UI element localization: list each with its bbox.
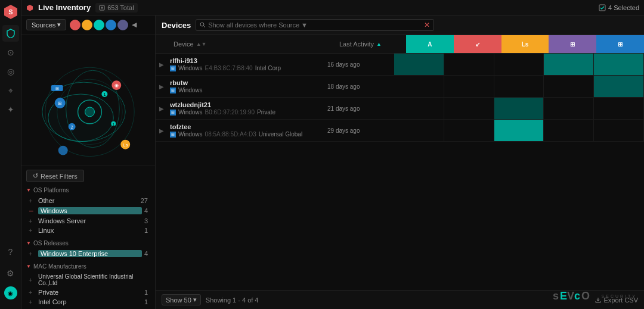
table-row: ▶ rlfhi-i913 ⊞ Windows E4:B3:8C:7:B8:40 … (156, 54, 644, 76)
row-expand-4[interactable]: ▶ (156, 127, 168, 134)
row-col-4-3 (494, 120, 544, 141)
row-activity-1: 16 days ago (323, 58, 394, 71)
sources-bar: Sources ▾ ◀ (21, 15, 155, 35)
source-dot-orange[interactable] (82, 20, 92, 30)
filter-item-universal[interactable]: + Universal Global Scientific Industrial… (26, 272, 150, 288)
show-select[interactable]: Show 50 ▾ (162, 294, 201, 305)
row-col-4-2 (444, 120, 494, 141)
sidebar-icon-grid[interactable]: ✦ (2, 101, 19, 118)
svg-text:s: s (553, 290, 559, 302)
row-col-3-2 (444, 98, 494, 119)
sidebar-icon-user[interactable]: ◉ (4, 286, 17, 299)
row-cols-1 (394, 54, 644, 75)
row-expand-3[interactable]: ▶ (156, 105, 168, 112)
sidebar-icon-settings[interactable]: ⚙ (2, 265, 19, 282)
add-icon: + (29, 250, 36, 257)
svg-text:E: E (560, 290, 567, 302)
filter-item-other[interactable]: + Other 27 (26, 196, 150, 205)
sidebar: S ⊙ ◎ ⌖ ✦ ? ⚙ ◉ (0, 0, 21, 309)
row-expand-2[interactable]: ▶ (156, 83, 168, 90)
chevron-icon: ▼ (26, 188, 31, 193)
filter-item-windows-server[interactable]: + Windows Server 3 (26, 216, 150, 226)
svg-text:⊞: ⊞ (55, 86, 59, 90)
row-col-3-3 (494, 98, 544, 119)
row-col-2-3 (494, 76, 544, 97)
row-col-1-2 (444, 54, 494, 75)
svg-text:V: V (567, 290, 574, 302)
windows-icon: ⊞ (170, 110, 176, 116)
row-col-1-5 (594, 54, 644, 75)
row-cols-3 (394, 98, 644, 119)
row-col-2-1 (394, 76, 444, 97)
svg-line-32 (204, 26, 206, 28)
reset-filters-button[interactable]: ↺ Reset Filters (26, 170, 84, 182)
sort-icon: ▲▼ (196, 41, 207, 47)
row-device-2: rbutw ⊞ Windows (168, 76, 323, 97)
total-count: 653 Total (95, 3, 137, 13)
row-activity-2: 18 days ago (323, 80, 394, 93)
col-header-arrow: ↙ (454, 35, 501, 53)
source-dot-red[interactable] (70, 20, 80, 30)
svg-point-31 (200, 23, 204, 26)
os-platforms-header[interactable]: ▼ OS Platforms (26, 187, 150, 193)
app-logo[interactable]: S (3, 4, 18, 19)
os-releases-header[interactable]: ▼ OS Releases (26, 240, 150, 246)
chevron-down-icon: ▾ (57, 21, 61, 29)
source-dot-blue[interactable] (106, 20, 116, 30)
filters-section: ↺ Reset Filters ▼ OS Platforms + Other 2… (21, 166, 155, 309)
svg-text:◉: ◉ (114, 83, 119, 88)
sevco-sub: SECURITY (602, 294, 637, 298)
search-clear-icon[interactable]: ✕ (424, 21, 430, 29)
devices-table: Device ▲▼ Last Activity ▲ A ↙ Ls ⊞ ⊞ (156, 35, 644, 309)
row-col-2-5 (594, 76, 644, 97)
svg-text:O: O (581, 290, 590, 302)
filter-item-win10ent[interactable]: + Windows 10 Enterprise 4 (26, 249, 150, 258)
selected-count: 4 Selected (599, 4, 639, 11)
sidebar-icon-chart[interactable]: ⌖ (2, 82, 19, 99)
sources-arrow[interactable]: ◀ (132, 21, 137, 29)
network-visualization: 2 1 1 ⊞ ◉ Ls ⊞ (21, 35, 155, 166)
row-cols-2 (394, 76, 644, 97)
row-col-3-1 (394, 98, 444, 119)
add-icon: + (29, 197, 36, 204)
search-input[interactable] (208, 21, 422, 29)
table-body: ▶ rlfhi-i913 ⊞ Windows E4:B3:8C:7:B8:40 … (156, 54, 644, 290)
sidebar-icon-help[interactable]: ? (2, 244, 19, 260)
chevron-icon: ▼ (26, 241, 31, 246)
row-expand-1[interactable]: ▶ (156, 61, 168, 68)
minus-icon: − (29, 207, 36, 215)
row-activity-4: 29 days ago (323, 124, 394, 138)
filter-item-linux[interactable]: + Linux 1 (26, 226, 150, 235)
showing-text: Showing 1 - 4 of 4 (206, 296, 259, 304)
row-col-3-4 (544, 98, 594, 119)
source-dot-purple[interactable] (117, 20, 128, 30)
svg-text:2: 2 (71, 125, 73, 129)
mac-manufacturers-header[interactable]: ▼ MAC Manufacturers (26, 263, 150, 270)
filter-item-private[interactable]: + Private 1 (26, 288, 150, 297)
filter-item-intel[interactable]: + Intel Corp 1 (26, 297, 150, 307)
svg-marker-2 (27, 5, 33, 11)
filter-item-windows[interactable]: − Windows 4 (26, 205, 150, 216)
windows-icon: ⊞ (170, 88, 176, 93)
search-icon (200, 22, 206, 28)
source-dot-teal[interactable] (94, 20, 104, 30)
sort-active-icon: ▲ (376, 41, 382, 47)
sidebar-icon-shield[interactable] (2, 25, 19, 42)
svg-text:Ls: Ls (123, 142, 128, 148)
row-col-1-3 (494, 54, 544, 75)
table-header: Device ▲▼ Last Activity ▲ A ↙ Ls ⊞ ⊞ (156, 35, 644, 54)
svg-text:S: S (8, 8, 13, 15)
add-icon: + (29, 227, 36, 234)
sevco-logo: s E V c O SECURITY (553, 289, 637, 303)
row-col-1-1 (394, 54, 444, 75)
sources-button[interactable]: Sources ▾ (26, 19, 66, 30)
svg-point-7 (73, 23, 78, 27)
table-row: ▶ rbutw ⊞ Windows 18 days ago (156, 76, 644, 98)
sidebar-icon-location[interactable]: ◎ (2, 63, 19, 80)
app-title: Live Inventory (38, 3, 91, 12)
svg-point-15 (85, 107, 95, 117)
column-headers: A ↙ Ls ⊞ ⊞ (406, 35, 644, 53)
col-header-ls: Ls (501, 35, 549, 53)
sidebar-icon-home[interactable]: ⊙ (2, 44, 19, 61)
table-row: ▶ tofztee ⊞ Windows 08:5A:88:5D:A4:D3 Un… (156, 120, 644, 142)
